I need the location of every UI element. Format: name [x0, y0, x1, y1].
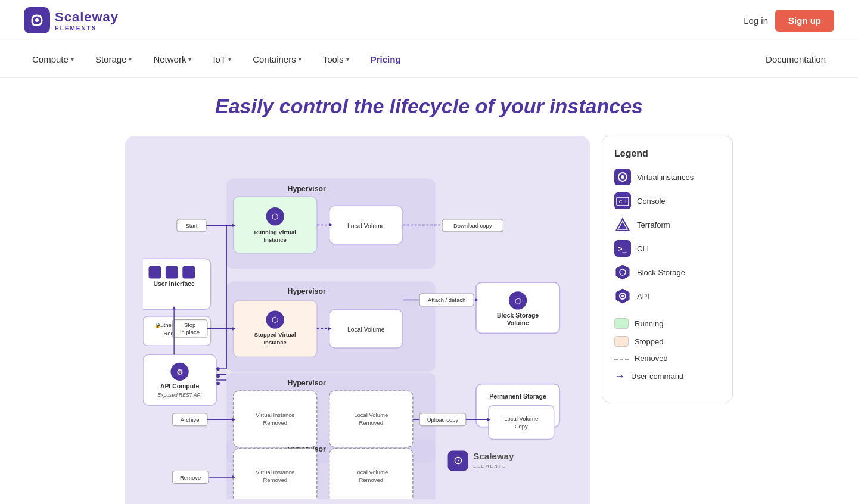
svg-text:>_: >_	[618, 244, 627, 253]
legend-console: CLI Console	[614, 192, 720, 209]
svg-text:in place: in place	[180, 329, 200, 335]
dashed-icon	[614, 359, 629, 360]
svg-text:Instance: Instance	[263, 237, 286, 243]
svg-text:Removed: Removed	[263, 477, 287, 483]
legend-label: Stopped	[635, 337, 663, 346]
svg-text:⬡: ⬡	[515, 297, 521, 306]
arrow-icon: →	[614, 370, 625, 382]
svg-text:Start: Start	[185, 222, 197, 229]
nav-network[interactable]: Network ▾	[145, 41, 200, 77]
svg-rect-81	[489, 406, 554, 440]
svg-text:Removed: Removed	[263, 419, 287, 426]
console-icon: CLI	[614, 192, 631, 209]
svg-text:Local Volume: Local Volume	[347, 223, 385, 229]
nav-containers[interactable]: Containers ▾	[244, 41, 310, 77]
header-actions: Log in Sign up	[744, 10, 834, 32]
svg-point-25	[216, 375, 220, 378]
legend-running: Running	[614, 318, 720, 329]
legend-virtual-instances: Virtual instances	[614, 169, 720, 185]
logo-text: Scaleway ELEMENTS	[55, 10, 119, 32]
svg-rect-12	[166, 266, 178, 279]
legend-divider	[614, 312, 720, 312]
legend-user-command: → User command	[614, 370, 720, 382]
svg-text:Download copy: Download copy	[453, 222, 492, 229]
nav-documentation[interactable]: Documentation	[757, 41, 834, 77]
svg-text:Hypervisor: Hypervisor	[288, 185, 326, 193]
main-content: Hypervisor Hypervisor Hypervisor Hypervi…	[0, 130, 858, 504]
svg-text:Remove: Remove	[180, 474, 201, 481]
svg-point-125	[621, 295, 624, 297]
legend-label: Console	[637, 197, 666, 206]
chevron-down-icon: ▾	[299, 56, 301, 63]
signup-button[interactable]: Sign up	[775, 10, 834, 32]
svg-text:Local Volume: Local Volume	[354, 412, 388, 418]
nav-storage[interactable]: Storage ▾	[87, 41, 141, 77]
svg-text:⊙: ⊙	[453, 454, 463, 466]
svg-text:Stop: Stop	[184, 322, 195, 328]
legend-label: API	[637, 292, 649, 301]
hero-section: Easily control the lifecycle of your ins…	[0, 78, 858, 130]
nav-tools[interactable]: Tools ▾	[315, 41, 358, 77]
svg-text:Hypervisor: Hypervisor	[288, 287, 326, 295]
svg-text:Block Storage: Block Storage	[497, 312, 539, 319]
legend-label: Virtual instances	[637, 173, 694, 182]
svg-text:Local Volume: Local Volume	[347, 326, 385, 333]
login-button[interactable]: Log in	[744, 15, 768, 26]
svg-text:Copy: Copy	[515, 423, 528, 430]
logo: Scaleway ELEMENTS	[24, 7, 119, 33]
svg-text:Upload copy: Upload copy	[427, 416, 459, 423]
storage-icon	[614, 264, 631, 281]
brand-name: Scaleway	[55, 10, 119, 25]
stopped-color	[614, 336, 629, 347]
nav-compute[interactable]: Compute ▾	[24, 41, 82, 77]
nav-iot[interactable]: IoT ▾	[204, 41, 240, 77]
running-color	[614, 318, 629, 329]
svg-text:Stopped Virtual: Stopped Virtual	[254, 331, 296, 338]
svg-text:Virtual Instance: Virtual Instance	[256, 469, 294, 475]
svg-text:CLI: CLI	[619, 199, 626, 204]
svg-text:Virtual Instance: Virtual Instance	[256, 412, 294, 418]
legend-title: Legend	[614, 148, 720, 159]
terraform-icon	[614, 216, 631, 233]
svg-text:Removed: Removed	[359, 419, 383, 426]
svg-text:API Compute: API Compute	[160, 383, 200, 390]
svg-text:⚙: ⚙	[176, 368, 184, 377]
svg-text:ELEMENTS: ELEMENTS	[473, 463, 506, 469]
legend-panel: Legend Virtual instances CLI Console Ter…	[602, 136, 733, 402]
chevron-down-icon: ▾	[228, 56, 231, 63]
svg-rect-11	[148, 266, 161, 279]
header: Scaleway ELEMENTS Log in Sign up	[0, 0, 858, 41]
chevron-down-icon: ▾	[188, 56, 191, 63]
svg-marker-121	[616, 265, 629, 279]
svg-text:Permanent Storage: Permanent Storage	[489, 393, 546, 400]
legend-removed: Removed	[614, 354, 720, 363]
svg-text:⬡: ⬡	[272, 315, 278, 324]
lifecycle-diagram: Hypervisor Hypervisor Hypervisor Hypervi…	[143, 154, 572, 499]
svg-text:Hypervisor: Hypervisor	[288, 379, 326, 387]
svg-text:Attach / detach: Attach / detach	[428, 297, 465, 303]
logo-icon	[24, 7, 50, 33]
chevron-down-icon: ▾	[129, 56, 132, 63]
hero-title: Easily control the lifecycle of your ins…	[24, 95, 834, 118]
legend-label: Block Storage	[637, 268, 685, 277]
legend-label: CLI	[637, 244, 649, 253]
nav-right: Documentation	[757, 54, 834, 65]
svg-text:Local Volume: Local Volume	[504, 415, 538, 422]
svg-text:Volume: Volume	[507, 320, 529, 326]
diagram-area: Hypervisor Hypervisor Hypervisor Hypervi…	[125, 136, 590, 504]
cli-icon: >_	[614, 240, 631, 257]
main-nav: Compute ▾ Storage ▾ Network ▾ IoT ▾ Cont…	[0, 41, 858, 78]
svg-text:Exposed REST API: Exposed REST API	[158, 392, 203, 398]
legend-api: API	[614, 288, 720, 304]
legend-label: Removed	[635, 354, 668, 363]
svg-text:Local Volume: Local Volume	[354, 469, 388, 475]
svg-marker-117	[615, 217, 630, 231]
legend-label: User command	[631, 372, 683, 381]
nav-pricing[interactable]: Pricing	[362, 41, 409, 77]
svg-text:Removed: Removed	[359, 477, 383, 483]
legend-cli: >_ CLI	[614, 240, 720, 257]
chevron-down-icon: ▾	[346, 56, 349, 63]
svg-text:Scaleway: Scaleway	[473, 451, 514, 461]
legend-label: Running	[635, 319, 663, 328]
legend-block-storage: Block Storage	[614, 264, 720, 281]
